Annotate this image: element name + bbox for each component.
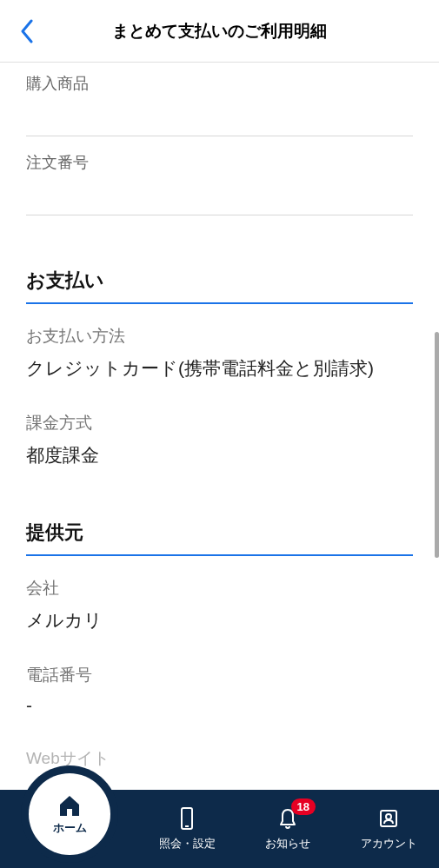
payment-method-label: お支払い方法 xyxy=(26,325,413,348)
divider xyxy=(26,136,413,136)
nav-account[interactable]: アカウント xyxy=(338,790,439,868)
bottom-nav: 照会・設定 18 お知らせ アカウント ホーム xyxy=(0,790,439,868)
nav-account-label: アカウント xyxy=(361,836,417,851)
content-area: 購入商品 注文番号 お支払い お支払い方法 クレジットカード(携帯電話料金と別請… xyxy=(0,63,439,790)
payment-method-value: クレジットカード(携帯電話料金と別請求) xyxy=(26,356,413,381)
back-button[interactable] xyxy=(14,18,40,44)
billing-type-value: 都度課金 xyxy=(26,443,413,467)
billing-type-label: 課金方式 xyxy=(26,412,413,434)
section-title-provider: 提供元 xyxy=(26,520,413,546)
section-title-payment: お支払い xyxy=(26,268,413,294)
phone-label: 電話番号 xyxy=(26,664,413,686)
notice-badge: 18 xyxy=(291,798,316,815)
svg-point-3 xyxy=(386,814,391,819)
company-value: メルカリ xyxy=(26,608,413,633)
order-number-label: 注文番号 xyxy=(26,152,413,173)
section-divider xyxy=(26,302,413,304)
website-label: Webサイト xyxy=(26,747,413,770)
home-icon xyxy=(57,792,83,818)
phone-value: - xyxy=(26,695,413,716)
chevron-left-icon xyxy=(19,19,35,43)
company-label: 会社 xyxy=(26,577,413,600)
account-icon xyxy=(377,806,400,832)
nav-notice[interactable]: 18 お知らせ xyxy=(237,790,338,868)
payment-section: お支払い お支払い方法 クレジットカード(携帯電話料金と別請求) 課金方式 都度… xyxy=(26,268,413,467)
nav-home-label: ホーム xyxy=(53,820,87,836)
nav-inquiry-label: 照会・設定 xyxy=(159,836,216,851)
purchased-item-label: 購入商品 xyxy=(26,73,413,94)
provider-section: 提供元 会社 メルカリ 電話番号 - Webサイト xyxy=(26,520,413,770)
header-bar: まとめて支払いのご利用明細 xyxy=(0,0,439,63)
phone-icon xyxy=(176,806,198,832)
section-divider xyxy=(26,554,413,556)
nav-notice-label: お知らせ xyxy=(265,836,310,851)
nav-home[interactable]: ホーム xyxy=(29,773,110,855)
nav-inquiry[interactable]: 照会・設定 xyxy=(136,790,237,868)
nav-home-wrap: ホーム xyxy=(21,765,118,863)
divider xyxy=(26,215,413,215)
scrollbar[interactable] xyxy=(435,332,439,558)
page-title: まとめて支払いのご利用明細 xyxy=(0,20,439,43)
